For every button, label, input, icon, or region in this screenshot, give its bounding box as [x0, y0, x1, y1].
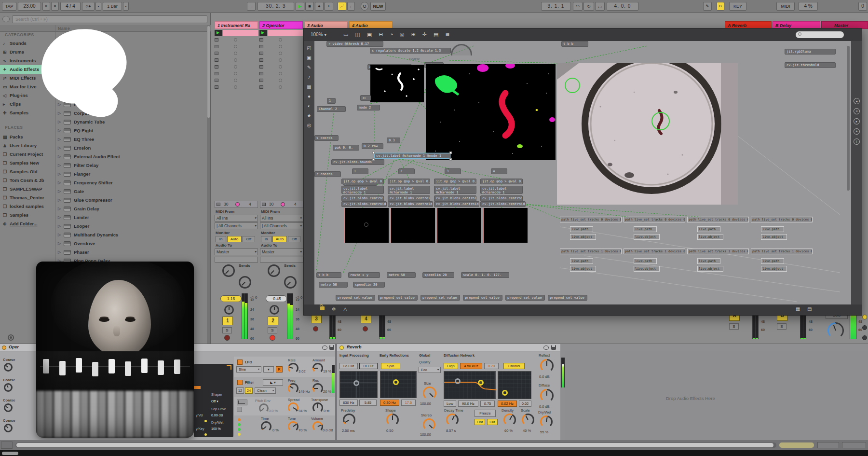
clip-slot-circle-icon[interactable]	[279, 52, 282, 55]
max-search-input[interactable]	[796, 31, 844, 38]
diffuse-knob[interactable]	[540, 389, 554, 402]
quantize-menu[interactable]: 1 Bar	[103, 2, 122, 11]
places-item[interactable]: ❐Current Project	[0, 150, 55, 159]
xy-handle[interactable]	[353, 380, 359, 386]
clip-slot-circle-icon[interactable]	[279, 85, 282, 89]
selection-handle[interactable]	[372, 152, 375, 154]
pitch-env-knob[interactable]	[259, 403, 269, 413]
clip-stop-button[interactable]	[259, 85, 263, 89]
op-drywet-value[interactable]: 100 %	[211, 427, 221, 430]
stop-all-clips-button[interactable]	[862, 315, 867, 319]
filter-circuit-select[interactable]: Clean▾	[255, 387, 276, 394]
metronome-dropdown-arrow-icon[interactable]: ▾	[95, 2, 101, 11]
clip-slot-circle-icon[interactable]	[279, 72, 282, 75]
max-object-box[interactable]: cv.jit.label @charmode 1 @threshold 20	[480, 186, 523, 194]
scale-value[interactable]: 40 %	[523, 428, 531, 433]
clip-stop-button[interactable]	[215, 72, 218, 75]
reflect-value[interactable]: 0.0 dB	[539, 374, 550, 379]
high-shelf-button[interactable]: High	[444, 363, 458, 369]
add-folder-button[interactable]: ⊕Add Folder...	[0, 220, 55, 228]
lfo-amount-knob[interactable]	[312, 363, 323, 373]
op-volume-value[interactable]: 0.0 dB	[323, 428, 333, 432]
max-object-box[interactable]: live.object	[761, 234, 787, 240]
max-number-box[interactable]: 1	[327, 98, 336, 104]
effect-list-item[interactable]: ▷Flanger	[55, 170, 207, 179]
rev-drywet-value[interactable]: 55 %	[540, 430, 548, 434]
sidebar-item-plugins[interactable]: ◁Plug-ins	[0, 91, 55, 100]
places-item[interactable]: ❐locked samples	[0, 202, 55, 211]
clip-slot-circle-icon[interactable]	[279, 79, 282, 82]
browser-scrollbar[interactable]	[207, 25, 210, 344]
pitch-env-toggle[interactable]	[237, 407, 242, 412]
effect-list-item[interactable]: ▷Grain Delay	[55, 205, 207, 213]
shape-value[interactable]: 0.50	[386, 428, 393, 433]
chorus-rate-value[interactable]: 0.02 Hz	[498, 401, 517, 407]
clip-slot-circle-icon[interactable]	[279, 45, 282, 48]
freeze-icon[interactable]: ❄	[332, 306, 336, 312]
clip-slot-circle-icon[interactable]	[234, 45, 237, 48]
loop-length-display[interactable]: 4. 0. 0	[607, 2, 638, 11]
max-object-box[interactable]: cv.jit.label @charmode 1 @threshold 20	[388, 186, 430, 194]
expand-triangle-icon[interactable]: ▷	[58, 179, 64, 187]
stop-icon[interactable]	[262, 203, 266, 206]
max-object-box[interactable]: cv.jit.label @charmode 1 @threshold 20	[434, 186, 476, 194]
input-channel-select[interactable]: | All Channels▾	[260, 222, 303, 229]
clip-stop-button[interactable]	[259, 38, 263, 41]
lfo-retrigger-button[interactable]: R	[276, 366, 283, 373]
clip-stop-button[interactable]	[215, 58, 218, 62]
output-sub-select[interactable]	[260, 257, 303, 263]
loop-start-display[interactable]: 3. 1. 1	[541, 2, 571, 11]
max-number-box[interactable]: 1	[352, 168, 368, 174]
effect-list-item[interactable]: ▷Gate	[55, 187, 207, 196]
horizontal-scrollbar-track[interactable]	[15, 442, 776, 448]
max-object-box[interactable]: live.object	[634, 266, 660, 272]
time-signature-display[interactable]: 4 / 4	[60, 2, 81, 11]
max-number-box[interactable]: 3	[445, 168, 461, 174]
transpose-knob[interactable]	[312, 402, 323, 413]
expand-triangle-icon[interactable]: ▷	[58, 126, 64, 135]
osc-b-coarse-knob[interactable]	[4, 383, 13, 392]
max-object-box[interactable]: live.object	[634, 234, 660, 240]
metronome-button[interactable]: ○●	[82, 2, 95, 11]
track-arm-button[interactable]	[224, 335, 230, 341]
max-number-box[interactable]: 0.3	[387, 138, 400, 143]
max-path-message[interactable]: path live_set tracks 1 devices 0 paramet…	[624, 249, 685, 254]
max-object-box[interactable]: Channel 2	[317, 106, 346, 112]
nudge-up-button[interactable]: Ⅲ	[51, 2, 59, 11]
max-object-box[interactable]: s coords	[314, 135, 339, 141]
input-type-select[interactable]: All Ins▾	[215, 215, 258, 221]
size-value[interactable]: 100.00	[420, 401, 431, 406]
effect-list-item[interactable]: ▷Dynamic Tube	[55, 118, 207, 126]
expand-triangle-icon[interactable]: ▷	[58, 118, 64, 126]
max-object-box[interactable]: s regulators @scale 1.2 @scale 1.3	[370, 48, 451, 54]
clip-stop-button[interactable]	[259, 65, 263, 69]
flat-button[interactable]: Flat	[475, 419, 485, 425]
decay-value[interactable]: 8.57 s	[446, 428, 456, 433]
max-right-toolbar[interactable]: ●≡▸+i	[851, 41, 862, 304]
device-activator-icon[interactable]	[339, 345, 344, 350]
device-activator-icon[interactable]	[2, 345, 6, 350]
clip-stop-button[interactable]	[259, 79, 263, 82]
effect-list-item[interactable]: ▷Looper	[55, 222, 207, 231]
chorus-button[interactable]: Chorus	[503, 363, 525, 369]
max-object-box[interactable]: cv.jit.blobs.centroids	[480, 195, 523, 201]
max-object-box[interactable]: live.path	[697, 226, 720, 232]
max-object-box[interactable]: live.path	[697, 258, 720, 264]
expand-triangle-icon[interactable]: ▷	[58, 170, 64, 179]
track-arm-button[interactable]	[270, 335, 275, 341]
input-channel-select[interactable]: | All Channels▾	[215, 222, 258, 229]
pan-knob[interactable]	[270, 305, 279, 315]
max-number-box[interactable]: 4	[491, 168, 507, 174]
places-item[interactable]: ♟User Library	[0, 141, 55, 150]
max-object-box[interactable]: cv.jit.blobs.centroids	[341, 195, 384, 201]
sidebar-item-samples[interactable]: ✚Samples	[0, 109, 55, 117]
clip-stop-button[interactable]	[215, 38, 218, 41]
reverb-device-header[interactable]: Reverb	[337, 344, 560, 351]
stereo-knob[interactable]	[423, 418, 435, 431]
clip-stop-button[interactable]	[259, 52, 263, 55]
clip-slot-circle-icon[interactable]	[234, 65, 237, 69]
max-object-box[interactable]: cv.jit.blobs.bounds	[331, 159, 384, 165]
track3-number-button[interactable]: 3	[311, 315, 322, 323]
track-header-1[interactable]: 1 Instrument Ra	[215, 21, 258, 29]
scroll-left-button[interactable]	[1, 442, 13, 449]
